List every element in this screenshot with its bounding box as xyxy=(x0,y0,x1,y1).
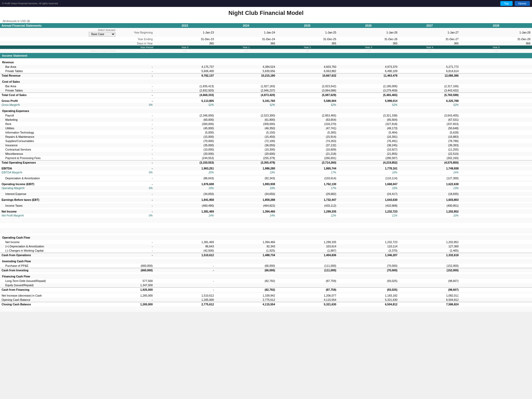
opening-balance-row: Opening Cash Balance - 1,265,000 2,775,6… xyxy=(0,298,532,302)
year-beginning-label: Year Beginning xyxy=(117,28,154,37)
balance-check-row: Balance Sheet Check Ok Ok Ok Ok Ok Ok xyxy=(0,49,532,53)
yb-2026: 1-Jan-26 xyxy=(338,28,399,37)
balance-sheet-label: Balance Sheet xyxy=(0,218,532,223)
rent-row: Rent - (300,000) (309,000) (318,270) (32… xyxy=(0,122,532,126)
cash-flow-header: Cash Flow Statement xyxy=(0,228,532,234)
income-statement-label: Income Statement xyxy=(0,53,532,58)
financial-table: Annual Financial Statements 2023 2024 20… xyxy=(0,23,532,312)
balance-check-label: Balance Sheet Check xyxy=(0,49,117,53)
private-tables-revenue-label: Private Tables xyxy=(0,69,117,73)
cash-from-investing-row: Cash from Investing (660,000) - (66,000)… xyxy=(0,268,532,273)
year-2027: 2027 xyxy=(399,23,460,28)
ebit-row: Operating Income (EBIT) - 1,876,608 1,89… xyxy=(0,182,532,186)
scenario-dropdown-wrapper: Base Case xyxy=(2,32,115,36)
op-margin-row: Operating Margin% 0% 19% 19% 17% 15% 13% xyxy=(0,186,532,190)
income-statement-header: Income Statement xyxy=(0,53,532,58)
scenario-label-cell: Select Scenario Base Case xyxy=(0,28,117,37)
year-period-row: Year Period Year 0 Year 1 Year 2 Year 3 … xyxy=(0,45,532,49)
year-2023: 2023 xyxy=(154,23,215,28)
yb-2025: 1-Jan-25 xyxy=(277,28,338,37)
icf-label: Invensting Cash Flow xyxy=(0,259,532,264)
marketing-row: Marketing - (60,000) (61,800) (63,654) (… xyxy=(0,118,532,122)
page-title: Night Club Financial Model xyxy=(0,7,532,19)
closing-balance-row: Closing Cash Balance 1,265,000 2,775,612… xyxy=(0,302,532,307)
payment-fees-row: Payment & Processing Fees - (244,553) (2… xyxy=(0,156,532,160)
interest-row: Interest Expense - (34,650) (34,650) (29… xyxy=(0,192,532,196)
total-opex-row: Total Operating Expenses - (3,150,553) (… xyxy=(0,160,532,165)
bar-area-cos-row: Bar Area - (1,835,413) (1,927,183) (2,02… xyxy=(0,84,532,88)
private-tables-revenue-row: Private Tables - 5,606,400 5,830,656 6,0… xyxy=(0,69,532,73)
bar-area-revenue-row: Bar Area - 4,175,737 4,384,524 4,603,750… xyxy=(0,65,532,69)
da-row: Depreciation & Amortization - (86,643) (… xyxy=(0,176,532,180)
year-ending-label: Year Ending xyxy=(117,37,154,41)
misc-row: Miscellaneous - (20,000) (20,600) (21,21… xyxy=(0,152,532,156)
home-button[interactable]: Home xyxy=(515,1,530,6)
cf-wc-row: (-) Changes in Working Capital - (42,500… xyxy=(0,248,532,253)
ebt-row: Earnings Before taxes (EBT) - 1,841,958 … xyxy=(0,198,532,202)
opex-label-row: Operating Expenses xyxy=(0,109,532,113)
contractual-row: Contractual Services - (10,000) (10,300)… xyxy=(0,147,532,152)
net-increase-row: Net Increase (decrease) in Cash 1,265,00… xyxy=(0,293,532,298)
cash-from-operations-row: Cash from Operations - 1,510,612 1,488,7… xyxy=(0,253,532,257)
scenario-select[interactable]: Base Case xyxy=(89,32,115,36)
year-ending-row: Year Ending 31-Dec-23 31-Dec-24 31-Dec-2… xyxy=(0,37,532,41)
ocf-label: Operating Cash Flow xyxy=(0,235,532,240)
year-2028: 2028 xyxy=(460,23,532,28)
balance-sheet-header: Balance Sheet xyxy=(0,218,532,223)
year-2025: 2025 xyxy=(277,23,338,28)
insurance-row: Insurance - (35,000) (36,050) (37,132) (… xyxy=(0,143,532,147)
section-label: Annual Financial Statements xyxy=(0,23,117,28)
days-label: Days in Year xyxy=(117,41,154,45)
yb-2028: 1-Jan-28 xyxy=(460,28,532,37)
equity-row: Equity (Issued/Repaid) 1,347,500 xyxy=(0,283,532,288)
ppe-row: Purchase of PP&E (660,000) - (66,000) (1… xyxy=(0,264,532,268)
supporting-schedules-header: Supporting Schedules xyxy=(0,306,532,312)
cash-flow-label: Cash Flow Statement xyxy=(0,228,532,234)
annual-header-row: Annual Financial Statements 2023 2024 20… xyxy=(0,23,532,28)
total-revenue-label: Total Revenue xyxy=(0,73,117,78)
cos-label-row: Cost of Sales xyxy=(0,79,532,84)
yb-2027: 1-Jan-27 xyxy=(399,28,460,37)
ebitda-row: EBITDA - 1,963,251 1,986,280 1,865,744 1… xyxy=(0,166,532,171)
net-margin-row: Net Profit Margin% 0% 14% 14% 12% 11% 10… xyxy=(0,214,532,218)
top-bar: © Profit Vision Financial Services. All … xyxy=(0,0,532,7)
yb-2024: 1-Jan-24 xyxy=(215,28,277,37)
cos-label: Cost of Sales xyxy=(0,79,532,84)
days-row: Days in Year 365 366 365 365 365 366 xyxy=(0,41,532,45)
total-revenue-row: Total Revenue - 9,782,137 10,215,180 10,… xyxy=(0,73,532,78)
cf-da-row: (+) Depreciation & Amortization - 86,643… xyxy=(0,244,532,248)
net-income-row: Net Income - 1,381,469 1,394,466 1,299,3… xyxy=(0,209,532,214)
supplies-row: Supplies/Consumables - (70,000) (72,100)… xyxy=(0,139,532,143)
bar-area-revenue-label: Bar Area xyxy=(0,65,117,69)
utilities-row: Utilities - (45,000) (46,350) (47,741) (… xyxy=(0,126,532,130)
select-scenario-label: Select Scenario xyxy=(2,28,115,31)
yb-2023: 1-Jan-23 xyxy=(154,28,215,37)
it-row: Information Technology - (5,000) (5,150)… xyxy=(0,130,532,135)
ocf-label-row: Operating Cash Flow xyxy=(0,235,532,240)
revenue-label: Revenue xyxy=(0,60,532,65)
gross-profit-row: Gross Profit - 5,113,805 5,341,760 5,580… xyxy=(0,99,532,103)
private-tables-cos-row: Private Tables - (2,832,920) (2,946,237)… xyxy=(0,88,532,93)
total-cos-row: Total Cost of Sales - (4,668,333) (4,873… xyxy=(0,93,532,97)
revenue-label-row: Revenue xyxy=(0,60,532,65)
cf-net-income-row: Net Income - 1,381,469 1,394,466 1,299,3… xyxy=(0,240,532,244)
fcf-label-row: Financing Cash Flow xyxy=(0,274,532,279)
year-2026: 2026 xyxy=(338,23,399,28)
opex-label: Operating Expenses xyxy=(0,109,532,113)
ltd-row: Long-Term Debt (Issued/Repaid) 577,500 -… xyxy=(0,279,532,283)
top-button[interactable]: Top xyxy=(500,1,513,6)
supporting-schedules-label: Supporting Schedules xyxy=(0,306,532,312)
copyright-text: © Profit Vision Financial Services. All … xyxy=(2,2,498,5)
year-beginning-row: Select Scenario Base Case Year Beginning… xyxy=(0,28,532,37)
cash-from-financing-row: Cash from Financing 1,925,000 - (82,792)… xyxy=(0,288,532,292)
payroll-row: Payroll - (2,346,000) (2,523,300) (2,853… xyxy=(0,113,532,118)
year-period-label: Year Period xyxy=(117,45,154,49)
amounts-label: All Amounts In USD ($) xyxy=(0,19,532,23)
gross-margin-row: Gross Margin% 0% 52% 52% 52% 52% 52% xyxy=(0,103,532,107)
ebitda-margin-row: EBITDA Margin% 0% 20% 19% 17% 16% 14% xyxy=(0,171,532,174)
taxes-row: Income Taxes - (460,490) (464,822) (433,… xyxy=(0,203,532,208)
repairs-row: Repairs & Maintenance - (15,000) (15,450… xyxy=(0,135,532,139)
icf-label-row: Invensting Cash Flow xyxy=(0,259,532,264)
fcf-label: Financing Cash Flow xyxy=(0,274,532,279)
year-2024: 2024 xyxy=(215,23,277,28)
